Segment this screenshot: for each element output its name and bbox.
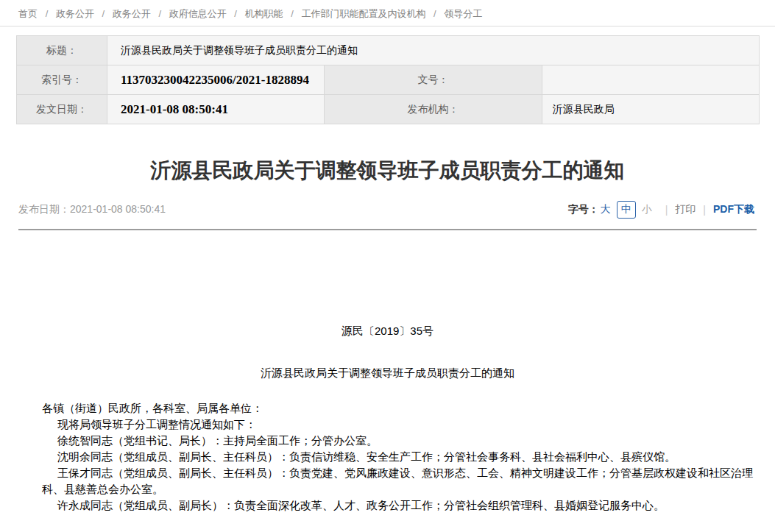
- body-title: 沂源县民政局关于调整领导班子成员职责分工的通知: [0, 366, 775, 380]
- font-size-label: 字号：: [568, 203, 599, 216]
- toolbar-divider: |: [665, 204, 668, 216]
- paragraph-shenmingyu: 沈明余同志（党组成员、副局长、主任科员）：负责信访维稳、安全生产工作；分管社会事…: [42, 449, 756, 465]
- breadcrumb: 首页 / 政务公开 / 政务公开 / 政府信息公开 / 机构职能 / 工作部门职…: [0, 0, 775, 26]
- page: { "breadcrumb": { "separator": "/", "ite…: [0, 0, 775, 532]
- doc-symbol-label: 文号：: [325, 65, 542, 95]
- article-meta-bar: 发布日期：2021-01-08 08:50:41 字号： 大 中 小 | 打印 …: [18, 199, 754, 220]
- title-label: 标题：: [17, 36, 107, 65]
- article-toolbar: 字号： 大 中 小 | 打印 | PDF下载: [568, 201, 754, 219]
- doc-symbol-value: [542, 65, 759, 95]
- pdf-download-button[interactable]: PDF下载: [713, 203, 754, 216]
- paragraph-wangbaocai: 王保才同志（党组成员、副局长、主任科员）：负责党建、党风廉政建设、意识形态、工会…: [42, 465, 756, 497]
- title-value: 沂源县民政局关于调整领导班子成员职责分工的通知: [107, 36, 760, 65]
- font-size-small-button[interactable]: 小: [642, 203, 652, 216]
- paragraph-xutongzhi: 徐统智同志（党组书记、局长）：主持局全面工作；分管办公室。: [42, 433, 756, 449]
- table-row: 索引号： 113703230042235006/2021-1828894 文号：: [17, 65, 760, 95]
- breadcrumb-separator: /: [291, 8, 294, 19]
- index-number-label: 索引号：: [17, 65, 107, 95]
- article-body: 各镇（街道）民政所，各科室、局属各单位： 现将局领导班子分工调整情况通知如下： …: [42, 400, 756, 514]
- breadcrumb-item-zhengwu-1[interactable]: 政务公开: [56, 8, 94, 19]
- publish-date-label: 发布日期：: [18, 203, 70, 215]
- document-info-table: 标题： 沂源县民政局关于调整领导班子成员职责分工的通知 索引号： 1137032…: [16, 35, 760, 124]
- issue-date-value: 2021-01-08 08:50:41: [107, 95, 325, 124]
- issue-date-label: 发文日期：: [17, 95, 107, 124]
- breadcrumb-separator: /: [46, 8, 49, 19]
- font-size-large-button[interactable]: 大: [601, 203, 611, 216]
- paragraph-xuyongcheng: 许永成同志（党组成员、副局长）：负责全面深化改革、人才、政务公开工作；分管社会组…: [42, 497, 756, 514]
- page-title: 沂源县民政局关于调整领导班子成员职责分工的通知: [0, 158, 775, 183]
- breadcrumb-separator: /: [102, 8, 105, 19]
- breadcrumb-item-home[interactable]: 首页: [18, 8, 38, 19]
- font-size-medium-button[interactable]: 中: [617, 201, 636, 219]
- index-number-value: 113703230042235006/2021-1828894: [107, 65, 325, 95]
- issuing-agency-value: 沂源县民政局: [542, 95, 759, 124]
- table-row: 发文日期： 2021-01-08 08:50:41 发布机构： 沂源县民政局: [17, 95, 760, 124]
- print-button[interactable]: 打印: [675, 203, 696, 216]
- breadcrumb-separator: /: [234, 8, 237, 19]
- breadcrumb-item-dept-config[interactable]: 工作部门职能配置及内设机构: [301, 8, 425, 19]
- breadcrumb-separator: /: [433, 8, 436, 19]
- paragraph-intro: 现将局领导班子分工调整情况通知如下：: [42, 416, 756, 433]
- breadcrumb-item-zhengwu-2[interactable]: 政务公开: [113, 8, 151, 19]
- breadcrumb-item-info-disclosure[interactable]: 政府信息公开: [169, 8, 227, 19]
- paragraph-salutation: 各镇（街道）民政所，各科室、局属各单位：: [42, 400, 756, 416]
- table-row: 标题： 沂源县民政局关于调整领导班子成员职责分工的通知: [17, 36, 760, 65]
- publish-date-value: 2021-01-08 08:50:41: [70, 203, 166, 215]
- breadcrumb-separator: /: [158, 8, 161, 19]
- header-divider: [18, 229, 757, 230]
- toolbar-divider: |: [703, 204, 706, 216]
- issuing-agency-label: 发布机构：: [325, 95, 542, 124]
- breadcrumb-item-functions[interactable]: 机构职能: [245, 8, 283, 19]
- publish-date: 发布日期：2021-01-08 08:50:41: [18, 203, 166, 216]
- document-number: 源民〔2019〕35号: [0, 324, 775, 338]
- breadcrumb-item-leadership[interactable]: 领导分工: [444, 8, 482, 19]
